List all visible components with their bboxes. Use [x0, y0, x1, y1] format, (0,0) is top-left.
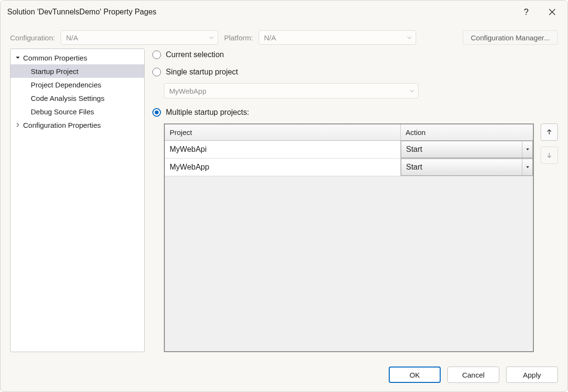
grid-row[interactable]: MyWebApp Start	[165, 159, 533, 176]
tree-label: Project Dependencies	[31, 81, 101, 89]
single-startup-value: MyWebApp	[169, 87, 206, 95]
cell-project: MyWebApi	[165, 141, 401, 158]
grid-row[interactable]: MyWebApi Start	[165, 141, 533, 159]
property-pages-dialog: Solution 'DevTunnelsDemo' Property Pages…	[0, 0, 568, 392]
ok-button[interactable]: OK	[389, 367, 441, 383]
close-button[interactable]	[546, 6, 558, 18]
header-project[interactable]: Project	[165, 124, 401, 140]
arrow-down-icon	[546, 152, 553, 159]
configuration-bar: Configuration: N/A Platform: N/A Configu…	[0, 24, 568, 49]
tree-item-debug-source-files[interactable]: Debug Source Files	[11, 105, 144, 118]
tree-item-project-dependencies[interactable]: Project Dependencies	[11, 78, 144, 91]
close-icon	[549, 9, 556, 15]
radio-single-startup[interactable]: Single startup project	[152, 68, 558, 76]
reorder-buttons	[541, 123, 558, 352]
cell-action: Start	[401, 159, 533, 176]
tree-label: Startup Project	[31, 67, 78, 75]
configuration-value: N/A	[66, 34, 78, 42]
cancel-button[interactable]: Cancel	[447, 367, 499, 383]
radio-icon	[152, 68, 161, 76]
platform-label: Platform:	[224, 34, 253, 42]
expand-collapse-icon[interactable]	[14, 122, 21, 128]
chevron-down-icon	[409, 87, 414, 95]
multiple-startup-area: Project Action MyWebApi Start	[164, 123, 558, 352]
category-tree[interactable]: Common Properties Startup Project Projec…	[10, 49, 145, 352]
arrow-up-icon	[546, 129, 553, 135]
titlebar: Solution 'DevTunnelsDemo' Property Pages…	[0, 0, 568, 24]
action-value: Start	[406, 163, 422, 172]
window-title: Solution 'DevTunnelsDemo' Property Pages	[7, 8, 520, 16]
radio-multiple-startup[interactable]: Multiple startup projects:	[152, 108, 558, 117]
radio-label: Current selection	[166, 50, 224, 59]
action-value: Start	[406, 145, 422, 154]
move-up-button[interactable]	[541, 123, 558, 141]
radio-icon	[152, 108, 161, 117]
help-button[interactable]: ?	[520, 6, 532, 18]
tree-label: Code Analysis Settings	[31, 94, 104, 102]
expand-collapse-icon[interactable]	[14, 54, 21, 61]
single-startup-select[interactable]: MyWebApp	[164, 83, 419, 98]
startup-projects-grid[interactable]: Project Action MyWebApi Start	[164, 123, 534, 352]
cell-project: MyWebApp	[165, 159, 401, 176]
platform-value: N/A	[264, 34, 276, 42]
tree-item-startup-project[interactable]: Startup Project	[11, 64, 144, 78]
configuration-manager-button[interactable]: Configuration Manager...	[463, 30, 558, 45]
cell-action: Start	[401, 141, 533, 158]
tree-label: Debug Source Files	[31, 108, 94, 116]
grid-body: MyWebApi Start MyWebApp	[165, 141, 533, 351]
chevron-down-icon	[522, 159, 532, 175]
chevron-down-icon	[407, 34, 412, 42]
header-action[interactable]: Action	[401, 124, 533, 140]
tree-item-code-analysis-settings[interactable]: Code Analysis Settings	[11, 91, 144, 105]
dialog-body: Common Properties Startup Project Projec…	[0, 49, 568, 360]
tree-item-configuration-properties[interactable]: Configuration Properties	[11, 118, 144, 132]
dialog-footer: OK Cancel Apply	[0, 360, 568, 392]
platform-select[interactable]: N/A	[259, 30, 416, 45]
action-select[interactable]: Start	[401, 141, 533, 158]
move-down-button[interactable]	[541, 147, 558, 164]
radio-icon	[152, 50, 161, 59]
apply-button[interactable]: Apply	[506, 367, 558, 383]
tree-label: Common Properties	[23, 54, 87, 62]
radio-label: Single startup project	[166, 68, 238, 76]
radio-label: Multiple startup projects:	[166, 108, 249, 117]
chevron-down-icon	[522, 141, 532, 158]
startup-project-panel: Current selection Single startup project…	[152, 49, 558, 352]
action-select[interactable]: Start	[401, 159, 533, 176]
grid-header: Project Action	[165, 124, 533, 141]
chevron-down-icon	[209, 34, 214, 42]
configuration-label: Configuration:	[10, 34, 55, 42]
tree-item-common-properties[interactable]: Common Properties	[11, 51, 144, 64]
tree-label: Configuration Properties	[23, 121, 101, 129]
configuration-select[interactable]: N/A	[61, 30, 218, 45]
radio-current-selection[interactable]: Current selection	[152, 50, 558, 59]
